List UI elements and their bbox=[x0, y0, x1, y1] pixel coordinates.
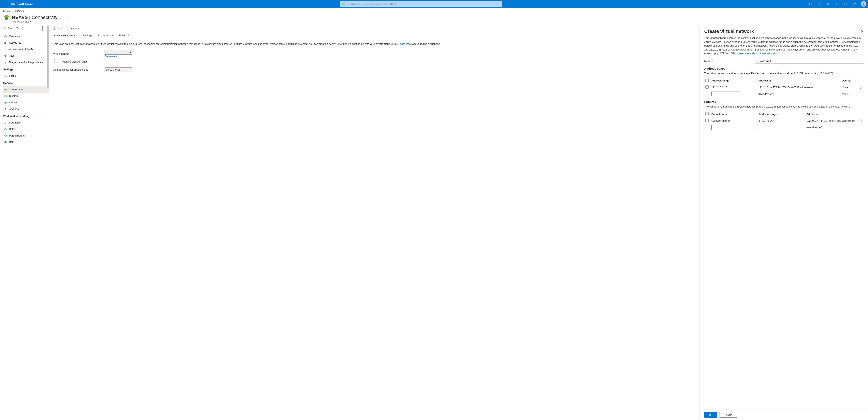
page-title-bar: NEAVS | Connectivity bbox=[0, 14, 868, 21]
delete-row-button[interactable] bbox=[859, 86, 863, 89]
sidebar-item-label: DNS bbox=[9, 141, 14, 144]
clusters-icon bbox=[4, 95, 7, 97]
breadcrumb: Home > NEAVS bbox=[0, 8, 868, 14]
sidebar-item-access-control[interactable]: Access control (IAM) bbox=[3, 46, 49, 53]
addr-block-vnet-value: - bbox=[105, 60, 106, 63]
sidebar-item-dns[interactable]: DNS bbox=[3, 139, 49, 145]
svg-rect-28 bbox=[4, 95, 5, 96]
learn-more-link[interactable]: Learn more bbox=[399, 42, 411, 46]
sidebar-item-clusters[interactable]: Clusters bbox=[3, 93, 49, 99]
blade-intro: This virtual network enables the communi… bbox=[704, 36, 864, 55]
sidebar-item-diagnose[interactable]: Diagnose and solve problems bbox=[3, 59, 49, 65]
trash-icon bbox=[859, 119, 862, 122]
tab-vnet-connect[interactable]: Azure vNet connect bbox=[53, 33, 77, 39]
settings-button[interactable] bbox=[833, 0, 841, 8]
more-button[interactable] bbox=[66, 16, 70, 19]
svg-rect-2 bbox=[809, 3, 812, 5]
sidebar-item-connectivity[interactable]: Connectivity bbox=[3, 86, 49, 93]
delete-subnet-button[interactable] bbox=[859, 119, 863, 122]
name-label: Name* bbox=[704, 60, 755, 63]
global-search-input[interactable] bbox=[347, 3, 500, 5]
svg-point-24 bbox=[6, 49, 6, 49]
breadcrumb-home[interactable]: Home bbox=[3, 10, 10, 13]
svg-point-13 bbox=[67, 17, 67, 18]
global-search[interactable] bbox=[340, 1, 502, 7]
tab-expressroute[interactable]: ExpressRoute bbox=[97, 33, 114, 39]
cloud-icon bbox=[4, 88, 7, 91]
sidebar-item-locks[interactable]: Locks bbox=[3, 72, 49, 79]
addr-block-pc-label: Address block for private cloud bbox=[53, 68, 104, 71]
sidebar-item-segments[interactable]: Segments bbox=[3, 119, 49, 126]
select-all-checkbox[interactable] bbox=[706, 79, 709, 82]
create-new-link[interactable]: Create new bbox=[104, 55, 132, 58]
feedback-button[interactable] bbox=[850, 0, 858, 8]
row-checkbox[interactable] bbox=[706, 119, 709, 122]
refresh-button[interactable]: Refresh bbox=[67, 27, 80, 30]
breadcrumb-current: NEAVS bbox=[16, 10, 24, 13]
notifications-button[interactable] bbox=[824, 0, 832, 8]
sidebar-item-dhcp[interactable]: DHCP bbox=[3, 126, 49, 132]
svg-rect-39 bbox=[4, 129, 7, 130]
addr-block-vnet-label: Address block for vnet bbox=[62, 60, 105, 63]
sidebar-item-activity-log[interactable]: Activity log bbox=[3, 39, 49, 46]
svg-line-17 bbox=[6, 29, 6, 29]
sidebar-item-label: Overview bbox=[9, 35, 20, 38]
sidebar-search[interactable] bbox=[3, 26, 42, 31]
sidebar-item-label: Connectivity bbox=[9, 88, 23, 91]
sidebar-search-input[interactable] bbox=[8, 27, 41, 30]
dns-icon bbox=[4, 141, 7, 144]
help-button[interactable] bbox=[842, 0, 849, 8]
sidebar-item-identity[interactable]: Identity bbox=[3, 99, 49, 106]
cell-addresses: 172.24.0.4 - 172.24.255.254 (65531 addre… bbox=[757, 84, 841, 91]
account-avatar[interactable] bbox=[861, 1, 866, 7]
svg-line-1 bbox=[344, 4, 345, 5]
sidebar: Overview Activity log Access control (IA… bbox=[0, 25, 49, 420]
new-range-input[interactable] bbox=[711, 92, 741, 96]
row-checkbox[interactable] bbox=[706, 85, 709, 89]
lock-icon bbox=[4, 74, 7, 77]
sidebar-item-addons[interactable]: Add-ons bbox=[3, 106, 49, 112]
svg-point-3 bbox=[836, 4, 837, 4]
select-all-subnets-checkbox[interactable] bbox=[706, 112, 709, 115]
person-feedback-icon bbox=[852, 2, 856, 5]
discard-button[interactable]: Discard bbox=[719, 412, 737, 418]
blade-learn-more-link[interactable]: Learn more about virtual networks bbox=[738, 52, 779, 55]
avatar-icon bbox=[862, 2, 865, 6]
ok-button[interactable]: OK bbox=[704, 412, 717, 418]
collapse-sidebar-button[interactable] bbox=[44, 27, 48, 30]
address-row: 172.24.0.0/16 172.24.0.4 - 172.24.255.25… bbox=[704, 84, 864, 91]
cell-addresses: (0 Addresses) bbox=[757, 90, 841, 97]
breadcrumb-sep: > bbox=[12, 10, 13, 13]
brand: Microsoft Azure bbox=[8, 2, 36, 6]
new-subnet-name-input[interactable] bbox=[711, 125, 755, 130]
new-subnet-range-input[interactable] bbox=[759, 125, 802, 130]
address-row-new: (0 Addresses) None bbox=[704, 90, 864, 97]
col-addresses: Addresses bbox=[757, 77, 841, 84]
sidebar-item-label: Port mirroring bbox=[9, 134, 25, 137]
svg-rect-41 bbox=[5, 135, 6, 136]
subnets-header: Subnets bbox=[704, 100, 864, 103]
trash-icon bbox=[859, 86, 862, 89]
save-button[interactable]: Save bbox=[53, 27, 63, 30]
svg-rect-29 bbox=[6, 95, 6, 96]
sidebar-item-overview[interactable]: Overview bbox=[3, 33, 49, 39]
menu-toggle[interactable] bbox=[2, 2, 8, 5]
sidebar-item-label: Access control (IAM) bbox=[9, 48, 33, 51]
svg-rect-31 bbox=[6, 96, 6, 97]
vnet-select[interactable] bbox=[104, 50, 132, 55]
tab-public-ip[interactable]: Public IP bbox=[119, 33, 129, 39]
sidebar-item-tags[interactable]: Tags bbox=[3, 53, 49, 59]
sidebar-item-port-mirroring[interactable]: Port mirroring bbox=[3, 132, 49, 139]
directories-button[interactable] bbox=[815, 0, 824, 8]
sidebar-scrollbar[interactable] bbox=[48, 25, 49, 420]
cloud-shell-button[interactable] bbox=[807, 0, 815, 8]
close-icon bbox=[861, 29, 863, 32]
tab-settings[interactable]: Settings bbox=[83, 33, 92, 39]
close-button[interactable] bbox=[860, 29, 864, 33]
pin-button[interactable] bbox=[59, 15, 64, 20]
name-input[interactable] bbox=[755, 59, 864, 64]
col-address-range: Address range bbox=[710, 77, 757, 84]
help-icon bbox=[844, 2, 847, 5]
col-subnet-name: Subnet name bbox=[710, 111, 758, 118]
col-subnet-range: Address range bbox=[758, 111, 805, 118]
